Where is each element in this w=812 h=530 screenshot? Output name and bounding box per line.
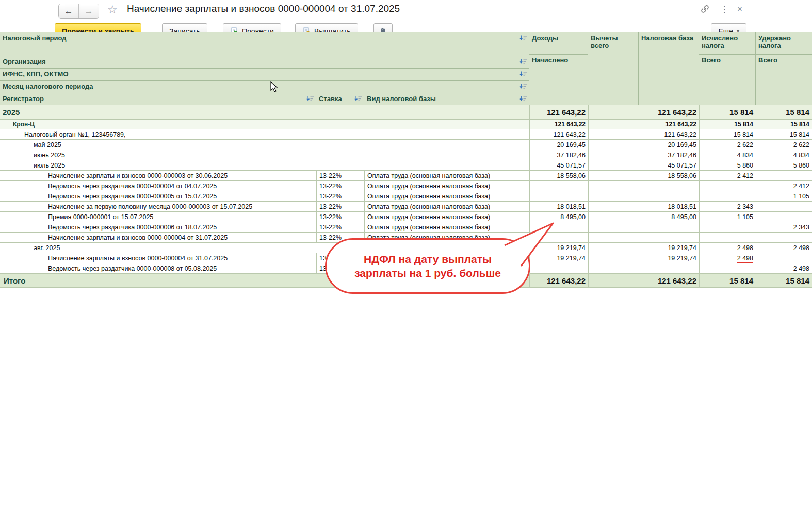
sort-icon[interactable] (519, 35, 527, 42)
report-income-cell[interactable] (529, 181, 588, 191)
report-row-label[interactable]: май 2025 (0, 140, 529, 150)
report-withheld-cell[interactable] (756, 233, 812, 242)
header-month[interactable]: Месяц налогового периода (0, 81, 529, 93)
report-row[interactable]: Начисление за первую половину месяца 000… (0, 202, 812, 212)
header-deductions[interactable]: Вычеты всего (588, 32, 639, 106)
report-tax-base-cell[interactable] (639, 233, 699, 242)
sort-icon[interactable] (306, 95, 314, 103)
header-calculated-total[interactable]: Всего (699, 55, 756, 106)
report-deductions-cell[interactable] (588, 140, 639, 150)
report-deductions-cell[interactable] (588, 129, 639, 139)
report-calculated-cell[interactable]: 1 105 (699, 212, 756, 222)
report-income-cell[interactable] (529, 191, 588, 201)
report-tax-base-cell[interactable]: 20 169,45 (639, 140, 699, 150)
report-calculated-cell[interactable]: 4 834 (699, 150, 756, 160)
report-row[interactable]: Ведомость через раздатчика 0000-000004 о… (0, 181, 812, 191)
report-row-label[interactable]: Ведомость через раздатчика 0000-000008 о… (0, 263, 316, 273)
report-deductions-cell[interactable] (588, 253, 639, 263)
report-base-kind-cell[interactable]: Оплата труда (основная налоговая база) (364, 191, 529, 201)
header-registrar[interactable]: Регистратор (0, 93, 316, 106)
report-withheld-cell[interactable]: 15 814 (756, 105, 812, 119)
report-withheld-cell[interactable]: 1 105 (756, 191, 812, 201)
report-deductions-cell[interactable] (588, 120, 639, 129)
report-withheld-cell[interactable] (756, 171, 812, 180)
sort-icon[interactable] (519, 58, 527, 66)
report-base-kind-cell[interactable]: Оплата труда (основная налоговая база) (364, 181, 529, 191)
header-base-kind[interactable]: Вид налоговой базы (364, 93, 529, 106)
report-row[interactable]: Ведомость через раздатчика 0000-000005 о… (0, 191, 812, 202)
report-withheld-cell[interactable]: 15 814 (756, 120, 812, 129)
report-row[interactable]: 2025 121 643,22 121 643,22 15 814 15 814 (0, 105, 812, 120)
header-tax-period[interactable]: Налоговый период (0, 32, 529, 56)
header-income[interactable]: Доходы (529, 32, 588, 55)
report-rate-cell[interactable]: 13-22% (316, 222, 364, 232)
report-withheld-cell[interactable]: 2 498 (756, 263, 812, 273)
report-calculated-cell[interactable]: 15 814 (699, 274, 756, 287)
close-icon[interactable]: × (734, 4, 745, 14)
report-row-label[interactable]: Налоговый орган №1, 123456789, (0, 129, 529, 139)
report-row-label[interactable]: Начисление за первую половину месяца 000… (0, 202, 316, 211)
report-row[interactable]: Ведомость через раздатчика 0000-000006 о… (0, 222, 812, 233)
report-calculated-cell[interactable] (699, 191, 756, 201)
report-income-cell[interactable]: 18 558,06 (529, 171, 588, 180)
report-deductions-cell[interactable] (588, 191, 639, 201)
report-base-kind-cell[interactable]: Оплата труда (основная налоговая база) (364, 202, 529, 211)
report-withheld-cell[interactable] (756, 202, 812, 211)
report-tax-base-cell[interactable] (639, 263, 699, 273)
report-tax-base-cell[interactable]: 121 643,22 (639, 105, 699, 119)
report-rate-cell[interactable]: 13-22% (316, 181, 364, 191)
report-calculated-cell[interactable]: 15 814 (699, 120, 756, 129)
report-row[interactable]: Крон-Ц 121 643,22 121 643,22 15 814 15 8… (0, 120, 812, 129)
report-tax-base-cell[interactable]: 121 643,22 (639, 120, 699, 129)
report-tax-base-cell[interactable]: 37 182,46 (639, 150, 699, 160)
header-tax-base[interactable]: Налоговая база (639, 32, 699, 106)
report-row[interactable]: май 2025 20 169,45 20 169,45 2 622 2 622 (0, 140, 812, 150)
report-deductions-cell[interactable] (588, 160, 639, 170)
report-deductions-cell[interactable] (588, 202, 639, 211)
report-rate-cell[interactable]: 13-22% (316, 191, 364, 201)
header-rate[interactable]: Ставка (316, 93, 364, 106)
report-row-label[interactable]: Ведомость через раздатчика 0000-000004 о… (0, 181, 316, 191)
report-calculated-cell[interactable]: 2 498 (699, 253, 756, 263)
report-deductions-cell[interactable] (588, 222, 639, 232)
report-income-cell[interactable]: 37 182,46 (529, 150, 588, 160)
report-tax-base-cell[interactable]: 18 558,06 (639, 171, 699, 180)
report-income-cell[interactable]: 121 643,22 (529, 105, 588, 119)
report-calculated-cell[interactable] (699, 181, 756, 191)
back-button[interactable]: ← (59, 4, 78, 18)
report-withheld-cell[interactable]: 5 860 (756, 160, 812, 170)
report-row-label[interactable]: Начисление зарплаты и взносов 0000-00000… (0, 171, 316, 180)
report-row[interactable]: Премия 0000-000001 от 15.07.2025 13-22% … (0, 212, 812, 222)
report-tax-base-cell[interactable]: 121 643,22 (639, 129, 699, 139)
link-icon[interactable] (699, 5, 710, 15)
report-deductions-cell[interactable] (588, 171, 639, 180)
report-income-cell[interactable]: 45 071,57 (529, 160, 588, 170)
report-rate-cell[interactable]: 13-22% (316, 171, 364, 180)
report-deductions-cell[interactable] (588, 212, 639, 222)
report-row[interactable]: июнь 2025 37 182,46 37 182,46 4 834 4 83… (0, 150, 812, 160)
report-tax-base-cell[interactable] (639, 181, 699, 191)
report-tax-base-cell[interactable]: 45 071,57 (639, 160, 699, 170)
report-deductions-cell[interactable] (588, 181, 639, 191)
report-tax-base-cell[interactable]: 121 643,22 (639, 274, 699, 287)
report-row-label[interactable]: Премия 0000-000001 от 15.07.2025 (0, 212, 316, 222)
report-calculated-cell[interactable] (699, 233, 756, 242)
header-calculated[interactable]: Исчислено налога (699, 32, 756, 55)
sort-icon[interactable] (519, 83, 527, 91)
favorite-star-icon[interactable]: ☆ (107, 3, 118, 16)
report-calculated-cell[interactable]: 2 498 (699, 243, 756, 253)
report-rate-cell[interactable]: 13-22% (316, 202, 364, 211)
report-row-label[interactable]: Ведомость через раздатчика 0000-000006 о… (0, 222, 316, 232)
header-organization[interactable]: Организация (0, 56, 529, 69)
report-deductions-cell[interactable] (588, 274, 639, 287)
report-row-label[interactable]: Начисление зарплаты и взносов 0000-00000… (0, 233, 316, 242)
kebab-menu-icon[interactable]: ⋮ (719, 4, 730, 15)
report-row-label[interactable]: Крон-Ц (0, 120, 529, 129)
sort-icon[interactable] (519, 71, 527, 78)
report-row-label[interactable]: Начисление зарплаты и взносов 0000-00000… (0, 253, 316, 263)
header-income-accrued[interactable]: Начислено (529, 55, 588, 106)
report-calculated-cell[interactable] (699, 222, 756, 232)
report-tax-base-cell[interactable]: 19 219,74 (639, 243, 699, 253)
report-deductions-cell[interactable] (588, 243, 639, 253)
report-deductions-cell[interactable] (588, 150, 639, 160)
